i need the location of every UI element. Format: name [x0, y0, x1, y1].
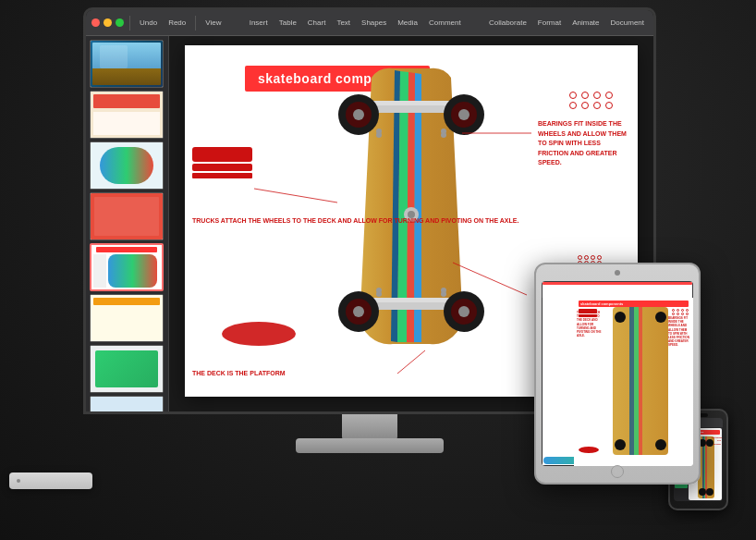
comment-button[interactable]: Comment [425, 17, 465, 29]
view-button[interactable]: View [201, 17, 225, 29]
ipad-content: skateboard components [542, 298, 693, 466]
ipad-screen: History of Skateboard [542, 281, 693, 466]
ipad-body: History of Skateboard [534, 263, 701, 485]
window-controls [91, 18, 124, 27]
trucks-annotation [192, 147, 252, 178]
monitor-stand-neck [342, 414, 397, 440]
svg-point-15 [458, 306, 469, 317]
slide-thumbnail-1[interactable] [90, 40, 164, 88]
chart-button[interactable]: Chart [304, 17, 330, 29]
svg-point-19 [441, 132, 446, 138]
bearings-dots [569, 92, 615, 109]
ipad-slide-content: skateboard components [576, 300, 691, 464]
insert-button[interactable]: Insert [246, 17, 272, 29]
svg-point-17 [376, 132, 382, 138]
slide-thumbnail-6[interactable] [90, 294, 164, 342]
slide-panel [86, 36, 169, 411]
slide-thumbnail-7[interactable] [90, 345, 164, 393]
svg-point-4 [353, 109, 364, 120]
text-button[interactable]: Text [333, 17, 354, 29]
toolbar-separator-2 [195, 16, 196, 31]
slide-thumbnail-8[interactable] [90, 396, 164, 411]
ipad-camera [615, 270, 620, 276]
shapes-button[interactable]: Shapes [358, 17, 390, 29]
ipad-sidebar [542, 298, 574, 466]
maximize-button[interactable] [116, 18, 124, 27]
media-button[interactable]: Media [394, 17, 421, 29]
svg-point-23 [441, 291, 446, 297]
monitor-stand-base [296, 438, 444, 453]
svg-point-7 [458, 109, 469, 120]
toolbar-separator-1 [129, 16, 130, 31]
minimize-button[interactable] [104, 18, 112, 27]
slide-thumbnail-2[interactable] [90, 91, 164, 139]
bearings-label: BEARINGS FIT INSIDE THE WHEELS AND ALLOW… [538, 119, 630, 168]
ipad-device: History of Skateboard [534, 263, 701, 485]
table-button[interactable]: Table [275, 17, 300, 29]
format-button[interactable]: Format [534, 17, 565, 29]
deck-label: THE DECK IS THE PLATFORM [192, 369, 286, 379]
animate-button[interactable]: Animate [568, 17, 603, 29]
document-button[interactable]: Document [607, 17, 648, 29]
toolbar: Undo Redo View Insert Table Chart Text S… [86, 10, 653, 36]
ipad-main-slide: skateboard components [574, 298, 693, 466]
redo-button[interactable]: Redo [165, 17, 189, 29]
ipad-thumb-3 [543, 341, 572, 361]
ipad-home-button [611, 465, 624, 478]
close-button[interactable] [91, 18, 100, 27]
svg-point-21 [376, 291, 382, 297]
deck-oval [222, 322, 296, 346]
trucks-label: TRUCKS ATTACH THE WHEELS TO THE DECK AND… [192, 216, 518, 227]
collaborate-button[interactable]: Collaborate [485, 17, 530, 29]
slide-thumbnail-4[interactable] [90, 192, 164, 240]
svg-point-12 [353, 306, 364, 317]
slide-thumbnail-3[interactable] [90, 141, 164, 190]
mac-mini [9, 472, 92, 489]
undo-button[interactable]: Undo [136, 17, 161, 29]
slide-thumbnail-5[interactable] [90, 243, 164, 291]
